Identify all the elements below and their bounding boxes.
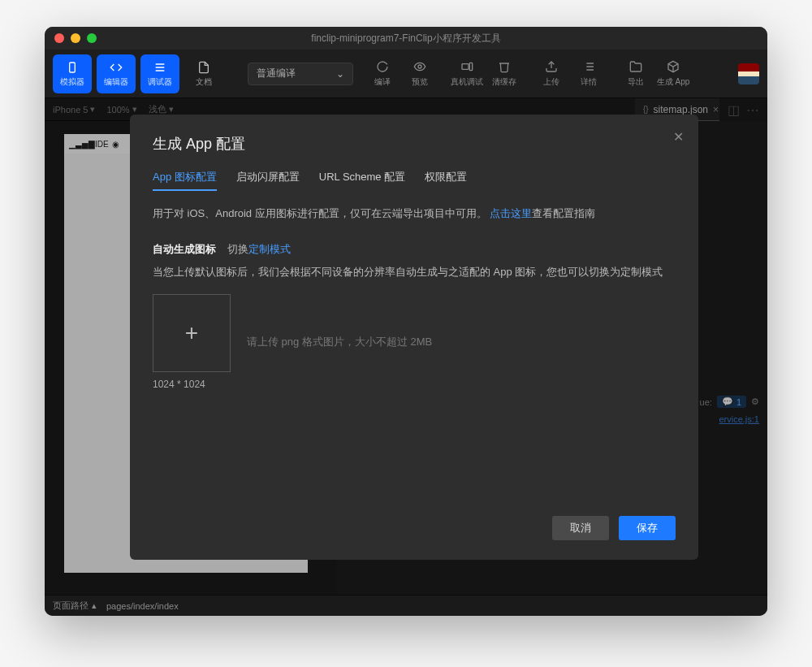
modal-description: 用于对 iOS、Android 应用图标进行配置，仅可在云端导出项目中可用。 点… xyxy=(153,206,676,223)
svg-rect-6 xyxy=(469,63,472,70)
titlebar: finclip-miniprogram7-FinClip小程序开发工具 xyxy=(45,27,767,50)
code-icon xyxy=(109,60,123,75)
svg-point-4 xyxy=(418,65,421,68)
traffic-lights xyxy=(54,33,97,43)
svg-rect-5 xyxy=(462,64,469,70)
refresh-icon xyxy=(375,59,390,74)
compile-mode-select[interactable]: 普通编译 ⌄ xyxy=(248,63,353,85)
tab-permissions[interactable]: 权限配置 xyxy=(425,170,467,191)
save-button[interactable]: 保存 xyxy=(619,516,676,540)
modal-tabs: App 图标配置 启动闪屏配置 URL Scheme 配置 权限配置 xyxy=(153,170,676,191)
remote-debug-button[interactable]: 真机调试 xyxy=(449,59,485,88)
section-title: 自动生成图标 xyxy=(153,242,216,257)
document-icon xyxy=(197,60,211,75)
custom-mode-link[interactable]: 定制模式 xyxy=(248,243,291,255)
build-app-button[interactable]: 生成 App xyxy=(655,59,691,88)
modal-footer: 取消 保存 xyxy=(153,516,676,540)
list-icon xyxy=(581,59,596,74)
close-window-icon[interactable] xyxy=(54,33,64,43)
docs-button[interactable]: 文档 xyxy=(184,54,223,93)
tab-url-scheme[interactable]: URL Scheme 配置 xyxy=(319,170,405,191)
upload-size-caption: 1024 * 1024 xyxy=(153,379,231,390)
tab-splash[interactable]: 启动闪屏配置 xyxy=(236,170,300,191)
chevron-up-icon: ▴ xyxy=(92,600,97,611)
main-toolbar: 模拟器 编辑器 调试器 文档 普通编译 ⌄ xyxy=(45,50,767,98)
remote-icon xyxy=(460,59,474,74)
modal-close-button[interactable]: ✕ xyxy=(673,129,684,145)
icon-upload-button[interactable]: + xyxy=(153,294,231,372)
minimize-window-icon[interactable] xyxy=(71,33,80,43)
sliders-icon xyxy=(153,60,167,75)
upload-hint: 请上传 png 格式图片，大小不超过 2MB xyxy=(247,335,432,349)
export-button[interactable]: 导出 xyxy=(618,59,654,88)
simulator-button[interactable]: 模拟器 xyxy=(53,54,92,93)
preview-button[interactable]: 预览 xyxy=(402,59,438,88)
bottom-status-bar: 页面路径▴ pages/index/index xyxy=(45,595,767,616)
user-avatar[interactable] xyxy=(738,63,759,84)
svg-rect-0 xyxy=(70,63,76,72)
app-window: finclip-miniprogram7-FinClip小程序开发工具 模拟器 … xyxy=(45,27,767,616)
upload-icon xyxy=(544,59,559,74)
compile-button[interactable]: 编译 xyxy=(365,59,400,88)
build-app-config-modal: ✕ 生成 App 配置 App 图标配置 启动闪屏配置 URL Scheme 配… xyxy=(130,115,698,560)
modal-title: 生成 App 配置 xyxy=(153,134,676,154)
maximize-window-icon[interactable] xyxy=(87,33,97,43)
window-title: finclip-miniprogram7-FinClip小程序开发工具 xyxy=(311,32,500,45)
phone-icon xyxy=(65,60,80,75)
plus-icon: + xyxy=(185,320,198,346)
section-description: 当您上传默认图标后，我们会根据不同设备的分辨率自动生成与之适配的 App 图标，… xyxy=(153,265,676,279)
tab-app-icon[interactable]: App 图标配置 xyxy=(153,170,217,191)
page-path-label[interactable]: 页面路径▴ xyxy=(53,600,97,612)
debugger-button[interactable]: 调试器 xyxy=(140,54,179,93)
details-button[interactable]: 详情 xyxy=(571,59,607,88)
cancel-button[interactable]: 取消 xyxy=(552,516,609,540)
editor-button[interactable]: 编辑器 xyxy=(97,54,136,93)
package-icon xyxy=(666,59,680,74)
eye-icon xyxy=(412,59,427,74)
clear-cache-button[interactable]: 清缓存 xyxy=(486,59,522,88)
upload-button[interactable]: 上传 xyxy=(533,59,569,88)
upload-area: + 1024 * 1024 请上传 png 格式图片，大小不超过 2MB xyxy=(153,294,676,390)
guide-link[interactable]: 点击这里 xyxy=(490,207,532,219)
page-path-value: pages/index/index xyxy=(106,601,179,611)
folder-icon xyxy=(628,59,643,74)
section-header: 自动生成图标 切换定制模式 xyxy=(153,242,676,257)
trash-icon xyxy=(497,59,512,74)
chevron-down-icon: ⌄ xyxy=(336,68,344,80)
